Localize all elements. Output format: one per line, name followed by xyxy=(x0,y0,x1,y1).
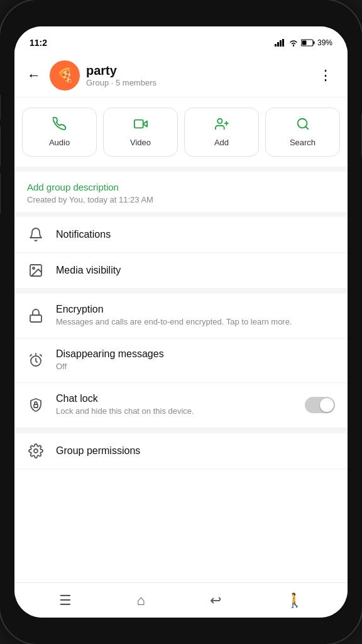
media-visibility-text: Media visibility xyxy=(56,265,335,276)
battery-svg xyxy=(301,39,315,47)
battery-percent: 39% xyxy=(317,38,332,47)
created-text: Created by You, today at 11:23 AM xyxy=(27,195,335,204)
svg-point-20 xyxy=(34,449,38,453)
menu-nav-icon[interactable]: ☰ xyxy=(54,587,77,614)
description-section: Add group description Created by You, to… xyxy=(14,172,348,217)
audio-label: Audio xyxy=(49,138,70,147)
volume-up-button xyxy=(0,126,1,167)
chat-lock-subtitle: Lock and hide this chat on this device. xyxy=(56,406,293,417)
encryption-text: Encryption Messages and calls are end-to… xyxy=(56,304,335,328)
add-button[interactable]: Add xyxy=(184,108,259,157)
svg-marker-7 xyxy=(143,121,146,126)
search-icon xyxy=(296,117,310,134)
group-subtitle: Group · 5 members xyxy=(86,78,307,87)
status-bar: 11:2 xyxy=(14,26,348,54)
wifi-icon xyxy=(288,39,299,47)
back-button[interactable]: ← xyxy=(25,65,43,86)
shield-lock-icon xyxy=(27,397,45,413)
svg-rect-5 xyxy=(313,42,314,45)
search-label: Search xyxy=(290,138,315,147)
phone-screen: 11:2 xyxy=(14,26,348,618)
disappearing-messages-title: Disappearing messages xyxy=(56,348,335,360)
disappearing-messages-item[interactable]: Disappearing messages Off xyxy=(14,338,348,383)
svg-line-13 xyxy=(305,126,308,129)
svg-rect-1 xyxy=(277,42,279,47)
toggle-thumb xyxy=(320,398,334,412)
add-description-link[interactable]: Add group description xyxy=(27,182,335,192)
volume-down-button xyxy=(0,173,1,214)
add-label: Add xyxy=(214,138,229,147)
app-header: ← 🍕 party Group · 5 members ⋮ xyxy=(14,54,348,97)
svg-rect-0 xyxy=(275,44,277,47)
add-person-icon xyxy=(215,117,229,134)
media-visibility-item[interactable]: Media visibility xyxy=(14,253,348,289)
gear-icon xyxy=(27,443,45,458)
chat-lock-title: Chat lock xyxy=(56,393,293,404)
chat-lock-text: Chat lock Lock and hide this chat on thi… xyxy=(56,393,293,417)
search-button[interactable]: Search xyxy=(265,108,340,157)
audio-icon xyxy=(53,117,67,134)
group-name: party xyxy=(86,64,307,78)
notifications-item[interactable]: Notifications xyxy=(14,217,348,253)
group-permissions-title: Group permissions xyxy=(56,445,335,457)
accessibility-nav-icon[interactable]: 🚶 xyxy=(281,587,308,614)
more-options-button[interactable]: ⋮ xyxy=(314,65,337,86)
svg-point-15 xyxy=(33,267,35,269)
status-icons: 39% xyxy=(275,38,332,47)
svg-rect-6 xyxy=(302,41,306,45)
phone-shell: 11:2 xyxy=(0,0,362,644)
disappearing-messages-text: Disappearing messages Off xyxy=(56,348,335,372)
video-button[interactable]: Video xyxy=(103,108,178,157)
lock-icon xyxy=(27,308,45,323)
mute-button xyxy=(0,94,1,119)
media-visibility-title: Media visibility xyxy=(56,265,335,276)
group-avatar: 🍕 xyxy=(50,60,80,91)
status-time: 11:2 xyxy=(30,38,47,48)
battery-icon xyxy=(301,39,315,47)
notch xyxy=(131,0,231,19)
svg-rect-2 xyxy=(280,40,282,47)
settings-divider-2 xyxy=(14,428,348,433)
bell-icon xyxy=(27,227,45,242)
svg-rect-8 xyxy=(134,120,143,128)
video-icon xyxy=(134,117,148,134)
back-nav-icon[interactable]: ↩ xyxy=(205,587,226,614)
video-label: Video xyxy=(130,138,151,147)
chat-lock-item[interactable]: Chat lock Lock and hide this chat on thi… xyxy=(14,383,348,428)
action-buttons-row: Audio Video xyxy=(14,97,348,172)
group-permissions-text: Group permissions xyxy=(56,445,335,457)
signal-icon xyxy=(275,39,286,47)
home-nav-icon[interactable]: ⌂ xyxy=(131,587,150,614)
encryption-subtitle: Messages and calls are end-to-end encryp… xyxy=(56,316,335,328)
group-permissions-item[interactable]: Group permissions xyxy=(14,433,348,469)
header-info: party Group · 5 members xyxy=(86,64,307,87)
svg-rect-3 xyxy=(282,39,284,47)
disappearing-messages-subtitle: Off xyxy=(56,361,335,372)
timer-icon xyxy=(27,353,45,368)
settings-list: Notifications Media visibility xyxy=(14,217,348,582)
encryption-item[interactable]: Encryption Messages and calls are end-to… xyxy=(14,294,348,338)
encryption-title: Encryption xyxy=(56,304,335,315)
notifications-text: Notifications xyxy=(56,229,335,240)
settings-divider-1 xyxy=(14,289,348,294)
audio-button[interactable]: Audio xyxy=(22,108,97,157)
chat-lock-toggle-container[interactable] xyxy=(305,397,335,413)
bottom-nav: ☰ ⌂ ↩ 🚶 xyxy=(14,582,348,618)
svg-rect-16 xyxy=(30,315,41,322)
notifications-title: Notifications xyxy=(56,229,335,240)
svg-point-9 xyxy=(217,119,222,123)
image-icon xyxy=(27,263,45,278)
chat-lock-toggle[interactable] xyxy=(305,397,335,413)
